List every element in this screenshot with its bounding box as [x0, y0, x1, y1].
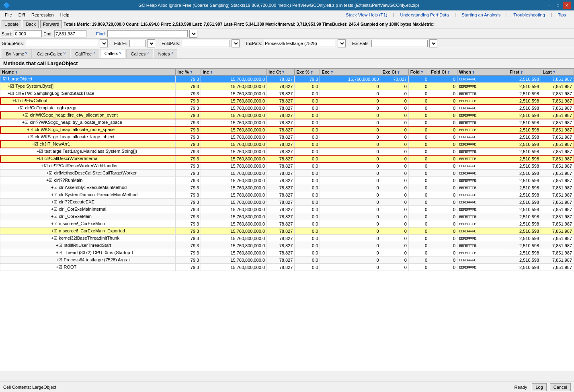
menu-link-tips[interactable]: Tips: [555, 12, 569, 18]
cell-name[interactable]: +☑ kernel32!BaseThreadInitThunk: [0, 235, 176, 242]
table-row[interactable]: +☑ clr!WKS::gc_heap::allocate_large_obje…: [0, 133, 574, 141]
table-row[interactable]: +☑ clr!SystemDomain::ExecuteMainMethod79…: [0, 191, 574, 199]
table-row[interactable]: ☑ LargeObject79.315,760,800,000.078,8277…: [0, 76, 574, 83]
cell-name[interactable]: +☑ mscoreei!_CorExeMain: [0, 220, 176, 228]
col-exc-pct[interactable]: Exc % ?: [295, 69, 320, 76]
tab-caller-callee-help[interactable]: ?: [63, 51, 66, 56]
tab-by-name-help[interactable]: ?: [25, 51, 27, 56]
tab-calltree[interactable]: CallTree ?: [71, 49, 99, 58]
minimize-button[interactable]: –: [545, 2, 553, 9]
col-first[interactable]: First ?: [508, 69, 541, 76]
menu-diff[interactable]: Diff: [15, 12, 28, 18]
table-row[interactable]: +☑ clr!CoTemplate_qqhxpzqp79.315,760,800…: [0, 105, 574, 112]
tab-by-name[interactable]: By Name ?: [2, 49, 32, 58]
menu-link-understanding-perf[interactable]: Understanding Perf Data: [397, 12, 452, 18]
exc-pats-input[interactable]: [371, 40, 428, 47]
group-pats-input[interactable]: [26, 40, 98, 47]
tab-notes[interactable]: Notes ?: [154, 49, 177, 58]
table-row[interactable]: +☑ clr!WKS::gc_heap::fire_etw_allocation…: [0, 112, 574, 119]
col-exc-ct[interactable]: Exc Ct ?: [381, 69, 408, 76]
table-row[interactable]: +☑ ROOT79.315,760,800,000.078,8270.00000…: [0, 264, 574, 271]
table-row[interactable]: +☑ Type System.Byte[]79.315,760,800,000.…: [0, 83, 574, 90]
tab-callees[interactable]: Callees ?: [126, 49, 153, 58]
cell-name[interactable]: +☑ clr!??ExecuteEXE: [0, 199, 176, 206]
menu-help[interactable]: Help: [57, 12, 73, 18]
col-inc-ct[interactable]: Inc Ct ?: [267, 69, 295, 76]
maximize-button[interactable]: □: [554, 2, 562, 9]
tab-callers[interactable]: Callers ?: [100, 49, 126, 58]
tab-caller-callee[interactable]: Caller-Callee ?: [33, 49, 70, 58]
cell-name[interactable]: +☑ testlarge!TestLarge.Main(class System…: [0, 148, 176, 155]
menu-file[interactable]: File: [2, 12, 15, 18]
cell-name[interactable]: +☑ clr!??CallDescrWorkerWithHandler: [0, 162, 176, 170]
group-pats-select[interactable]: ▼: [100, 39, 108, 47]
cell-name[interactable]: +☑ clr!EtwCallout: [0, 97, 176, 105]
end-input[interactable]: [54, 30, 86, 37]
cell-name[interactable]: +☑ clr!SystemDomain::ExecuteMainMethod: [0, 191, 176, 199]
find-label[interactable]: Find:: [96, 31, 106, 36]
cell-name[interactable]: ☑ LargeObject: [0, 76, 176, 83]
table-row[interactable]: +☑ ntdll!RtlUserThreadStart79.315,760,80…: [0, 242, 574, 249]
cell-name[interactable]: +☑ clr!MethodDescCallSite::CallTargetWor…: [0, 170, 176, 177]
cell-name[interactable]: +☑ clrJIT_NewArr1: [0, 141, 176, 148]
table-row[interactable]: +☑ clrJIT_NewArr179.315,760,800,000.078,…: [0, 141, 574, 148]
fold-pct-input[interactable]: [129, 40, 146, 47]
cell-name[interactable]: +☑ clr!_CorExeMain: [0, 213, 176, 220]
table-row[interactable]: +☑ clr!EtwCallout79.315,760,800,000.078,…: [0, 97, 574, 105]
table-row[interactable]: +☑ mscoreei!_CorExeMain_Exported79.315,7…: [0, 228, 574, 235]
cell-name[interactable]: +☑ Thread (8372) CPU=0ms (Startup T: [0, 249, 176, 257]
cell-name[interactable]: +☑ Type System.Byte[]: [0, 83, 176, 90]
cell-name[interactable]: +☑ clr!??WKS::gc_heap::try_allocate_more…: [0, 119, 176, 126]
table-row[interactable]: +☑ clr!Assembly::ExecuteMainMethod79.315…: [0, 184, 574, 191]
table-row[interactable]: +☑ clr!ETW::SamplingLog::SendStackTrace7…: [0, 90, 574, 97]
col-when[interactable]: When ?: [457, 69, 508, 76]
forward-button[interactable]: Forward: [40, 20, 62, 28]
table-row[interactable]: +☑ testlarge!TestLarge.Main(class System…: [0, 148, 574, 155]
menu-link-stack-view-help[interactable]: Stack View Help (F1): [342, 12, 390, 18]
update-button[interactable]: Update: [2, 20, 21, 28]
table-row[interactable]: +☑ clr!??RunMain79.315,760,800,000.078,8…: [0, 177, 574, 184]
cell-name[interactable]: +☑ ntdll!RtlUserThreadStart: [0, 242, 176, 249]
cell-name[interactable]: +☑ ROOT: [0, 264, 176, 271]
table-row[interactable]: +☑ kernel32!BaseThreadInitThunk79.315,76…: [0, 235, 574, 242]
tab-callees-help[interactable]: ?: [146, 51, 149, 56]
cell-name[interactable]: +☑ clr!CallDescrWorkerInternal: [0, 155, 176, 162]
table-row[interactable]: +☑ clr!??ExecuteEXE79.315,760,800,000.07…: [0, 199, 574, 206]
table-row[interactable]: +☑ mscoreei!_CorExeMain79.315,760,800,00…: [0, 220, 574, 228]
find-select[interactable]: ▼: [189, 30, 197, 38]
log-button[interactable]: Log: [532, 383, 546, 391]
table-row[interactable]: +☑ Thread (8372) CPU=0ms (Startup T79.31…: [0, 249, 574, 257]
col-exc[interactable]: Exc ?: [320, 69, 381, 76]
table-row[interactable]: +☑ clr!??CallDescrWorkerWithHandler79.31…: [0, 162, 574, 170]
tab-calltree-help[interactable]: ?: [92, 51, 95, 56]
inc-pats-select[interactable]: ▼: [338, 39, 346, 47]
col-fold-ct[interactable]: Fold Ct ?: [429, 69, 457, 76]
start-input[interactable]: [14, 30, 42, 37]
col-inc-pct[interactable]: Inc % ?: [176, 69, 201, 76]
menu-link-troubleshooting[interactable]: Troubleshooting: [510, 12, 548, 18]
fold-pats-select[interactable]: ▼: [232, 39, 240, 47]
table-row[interactable]: +☑ clr!_CorExeMain79.315,760,800,000.078…: [0, 213, 574, 220]
cell-name[interactable]: +☑ mscoreei!_CorExeMain_Exported: [0, 228, 176, 235]
back-button[interactable]: Back: [23, 20, 38, 28]
col-name[interactable]: Name ?: [0, 69, 176, 76]
close-button[interactable]: ✕: [563, 2, 571, 9]
cell-name[interactable]: +☑ clr!WKS::gc_heap::allocate_more_space: [0, 126, 176, 133]
tab-callers-help[interactable]: ?: [119, 51, 121, 56]
cell-name[interactable]: +☑ Process64 testlarge (7528) Args: t: [0, 257, 176, 264]
col-inc[interactable]: Inc ?: [201, 69, 267, 76]
cell-name[interactable]: +☑ clr!CoTemplate_qqhxpzqp: [0, 105, 176, 112]
table-row[interactable]: +☑ clr!MethodDescCallSite::CallTargetWor…: [0, 170, 574, 177]
fold-pats-input[interactable]: [182, 40, 230, 47]
cell-name[interactable]: +☑ clr!WKS::gc_heap::fire_etw_allocation…: [0, 112, 176, 119]
tab-notes-help[interactable]: ?: [170, 51, 173, 56]
find-input[interactable]: [107, 30, 188, 37]
table-row[interactable]: +☑ clr!CallDescrWorkerInternal79.315,760…: [0, 155, 574, 162]
col-last[interactable]: Last ?: [541, 69, 574, 76]
cancel-button[interactable]: Cancel: [550, 383, 571, 391]
table-row[interactable]: +☑ Process64 testlarge (7528) Args: t79.…: [0, 257, 574, 264]
inc-pats-input[interactable]: [264, 40, 336, 47]
table-row[interactable]: +☑ clr!_CorExeMainInternal79.315,760,800…: [0, 206, 574, 213]
table-row[interactable]: +☑ clr!WKS::gc_heap::allocate_more_space…: [0, 126, 574, 133]
cell-name[interactable]: +☑ clr!_CorExeMainInternal: [0, 206, 176, 213]
